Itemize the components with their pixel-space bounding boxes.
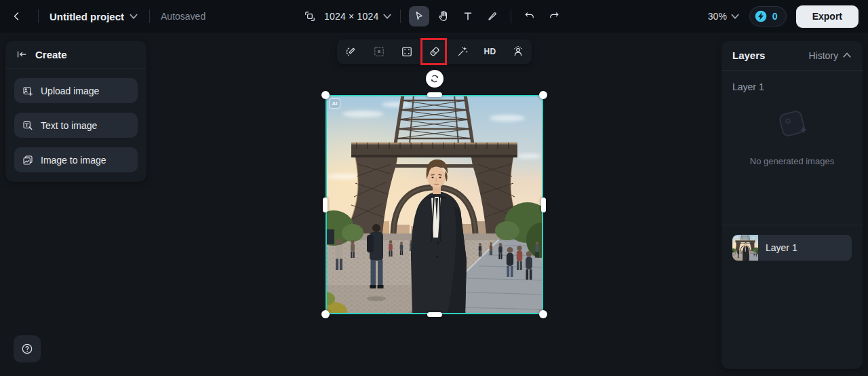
eraser-tool[interactable] — [420, 39, 448, 64]
chevron-down-icon — [129, 12, 138, 21]
canvas-size-button[interactable] — [300, 6, 320, 26]
layers-panel: Layers History Layer 1 No generated imag… — [722, 41, 863, 369]
character-tool[interactable] — [504, 39, 532, 64]
empty-state-text: No generated images — [750, 156, 834, 166]
export-button[interactable]: Export — [796, 5, 859, 28]
image-to-image-icon — [22, 154, 34, 166]
resize-handle-bottom-left[interactable] — [321, 310, 330, 318]
magic-wand-icon — [456, 45, 469, 58]
collapse-left-icon — [15, 48, 28, 62]
collapse-panel-button[interactable] — [15, 48, 28, 62]
region-select-icon — [372, 45, 386, 58]
redo-button[interactable] — [544, 6, 564, 26]
upload-image-icon — [22, 85, 34, 97]
credits-badge[interactable]: 0 — [749, 6, 787, 26]
project-name-dropdown[interactable]: Untitled project — [50, 11, 138, 22]
zoom-level-dropdown[interactable]: 30% — [708, 11, 740, 22]
hd-upscale-tool[interactable]: HD — [476, 39, 504, 64]
app-window: Untitled project Autosaved 1024 × 1024 — [0, 0, 868, 376]
top-bar: Untitled project Autosaved 1024 × 1024 — [0, 0, 868, 33]
upload-image-button[interactable]: Upload image — [14, 78, 138, 103]
help-icon — [20, 342, 34, 356]
divider — [400, 10, 401, 23]
divider — [38, 10, 39, 23]
image-to-image-label: Image to image — [41, 155, 106, 166]
resize-handle-top-right[interactable] — [539, 91, 547, 99]
resize-handle-right[interactable] — [541, 198, 546, 212]
history-label: History — [808, 50, 838, 61]
character-portrait-icon — [511, 45, 525, 58]
brush-icon — [486, 10, 499, 23]
resize-handle-left[interactable] — [323, 198, 328, 212]
inpaint-brush-icon — [344, 45, 358, 58]
tab-history[interactable]: History — [808, 50, 852, 61]
zoom-level-value: 30% — [708, 11, 727, 22]
resize-handle-top[interactable] — [427, 92, 442, 97]
divider — [149, 10, 150, 23]
generations-empty-state: No generated images — [722, 106, 863, 166]
select-tool-button[interactable] — [409, 6, 429, 26]
autosave-status: Autosaved — [161, 11, 205, 22]
inpaint-select-tool[interactable] — [337, 39, 365, 64]
create-panel: Create Upload image Text to image — [5, 41, 146, 182]
text-tool-button[interactable] — [458, 6, 478, 26]
ai-badge: AI — [329, 98, 340, 109]
brush-tool-button[interactable] — [482, 6, 502, 26]
layer-group-label: Layer 1 — [722, 71, 863, 92]
empty-gallery-icon — [774, 106, 810, 141]
hd-label: HD — [484, 47, 496, 56]
divider — [722, 225, 863, 225]
tab-layers[interactable]: Layers — [732, 50, 765, 61]
eraser-icon — [428, 45, 441, 58]
chevron-down-icon — [730, 12, 740, 21]
image-to-image-button[interactable]: Image to image — [14, 147, 138, 172]
upload-image-label: Upload image — [41, 86, 99, 96]
back-button[interactable] — [7, 6, 27, 26]
resize-handle-bottom-right[interactable] — [539, 310, 547, 318]
layer-item-label: Layer 1 — [758, 242, 797, 253]
resize-handle-top-left[interactable] — [321, 91, 330, 99]
undo-icon — [523, 10, 536, 23]
text-to-image-button[interactable]: Text to image — [14, 113, 138, 138]
canvas-layer[interactable]: AI — [326, 95, 543, 314]
hand-icon — [437, 10, 450, 23]
chevron-up-icon — [842, 51, 852, 60]
credits-count: 0 — [772, 11, 778, 22]
project-title: Untitled project — [50, 11, 124, 22]
generated-image — [326, 95, 543, 314]
layer-thumbnail — [732, 235, 758, 261]
rotate-icon — [429, 73, 440, 84]
hand-tool-button[interactable] — [433, 6, 454, 26]
text-icon — [461, 10, 475, 23]
frame-tool[interactable] — [393, 39, 420, 64]
layer-item[interactable]: Layer 1 — [732, 235, 852, 261]
text-to-image-label: Text to image — [41, 120, 97, 131]
canvas-size-value[interactable]: 1024 × 1024 — [324, 11, 378, 22]
rotate-handle[interactable] — [426, 70, 443, 88]
divider — [511, 10, 511, 23]
magic-edit-tool[interactable] — [448, 39, 476, 64]
frame-icon — [400, 45, 414, 58]
cursor-icon — [412, 10, 426, 23]
resize-handle-bottom[interactable] — [427, 312, 442, 317]
resize-canvas-icon — [303, 10, 317, 23]
chevron-down-icon[interactable] — [382, 12, 392, 21]
create-panel-title: Create — [35, 49, 67, 60]
text-to-image-icon — [22, 119, 34, 132]
chevron-left-icon — [10, 10, 24, 23]
canvas-toolbar: HD — [337, 39, 532, 64]
redo-icon — [547, 10, 561, 23]
help-button[interactable] — [14, 335, 41, 362]
region-select-tool[interactable] — [365, 39, 393, 64]
credits-coin-icon — [754, 10, 768, 23]
undo-button[interactable] — [519, 6, 540, 26]
